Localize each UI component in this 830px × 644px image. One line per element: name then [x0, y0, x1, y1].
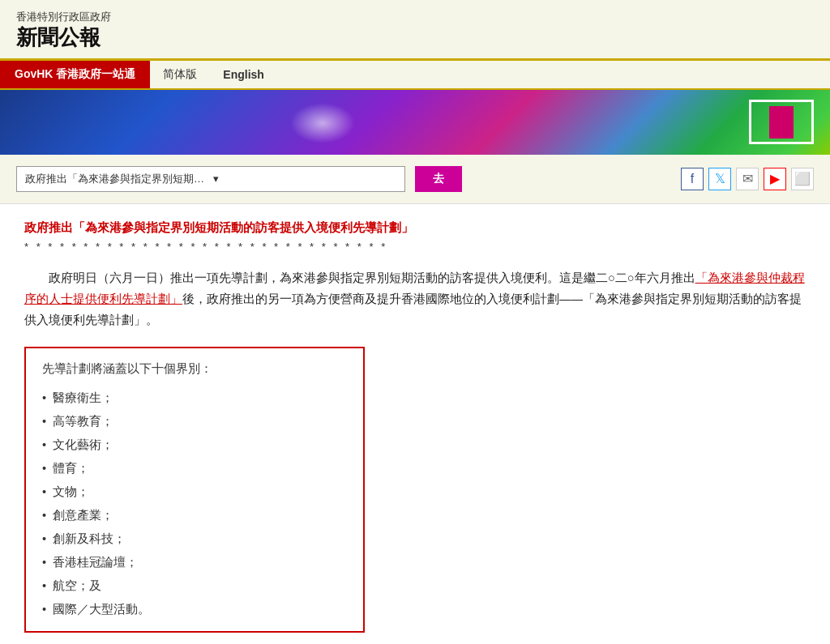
facebook-icon[interactable]: f — [681, 168, 704, 190]
dropdown-arrow-icon: ▾ — [213, 173, 396, 185]
nav-bar: GovHK 香港政府一站通 简体版 English — [0, 61, 830, 90]
list-item: 航空；及 — [42, 574, 347, 598]
print-icon[interactable]: ⬜ — [791, 168, 814, 190]
toolbar: 政府推出「為來港參與指定界別短期活動的訪客提供入境便利 ▾ 去 f 𝕏 ✉ ▶ … — [0, 155, 830, 204]
article-dropdown[interactable]: 政府推出「為來港參與指定界別短期活動的訪客提供入境便利 ▾ — [16, 166, 405, 192]
box-title: 先導計劃將涵蓋以下十個界別： — [42, 361, 347, 377]
bordered-box: 先導計劃將涵蓋以下十個界別： 醫療衛生；高等教育；文化藝術；體育；文物；創意產業… — [24, 347, 365, 633]
article-dots: * * * * * * * * * * * * * * * * * * * * … — [24, 241, 806, 253]
youtube-icon[interactable]: ▶ — [764, 168, 786, 190]
list-item: 國際／大型活動。 — [42, 598, 347, 621]
article-title: 政府推出「為來港參與指定界別短期活動的訪客提供入境便利先導計劃」 — [24, 220, 806, 236]
box-list: 醫療衛生；高等教育；文化藝術；體育；文物；創意產業；創新及科技；香港桂冠論壇；航… — [42, 386, 347, 621]
article-body: 政府明日（六月一日）推出一項先導計劃，為來港參與指定界別短期活動的訪客提供入境便… — [24, 267, 806, 331]
list-item: 高等教育； — [42, 410, 347, 433]
twitter-icon[interactable]: 𝕏 — [708, 168, 731, 190]
gov-subtitle: 香港特別行政區政府 — [16, 10, 814, 24]
body-part1: 政府明日（六月一日）推出一項先導計劃，為來港參與指定界別短期活動的訪客提供入境便… — [24, 271, 695, 284]
list-item: 體育； — [42, 457, 347, 480]
banner-glow — [290, 103, 355, 143]
gov-header: 香港特別行政區政府 新聞公報 — [0, 0, 830, 61]
go-button[interactable]: 去 — [415, 166, 462, 192]
banner-logo-inner — [769, 106, 794, 139]
email-icon[interactable]: ✉ — [736, 168, 759, 190]
banner — [0, 90, 830, 155]
list-item: 醫療衛生； — [42, 386, 347, 410]
main-content: 政府推出「為來港參與指定界別短期活動的訪客提供入境便利先導計劃」 * * * *… — [0, 204, 830, 644]
list-item: 創新及科技； — [42, 527, 347, 551]
list-item: 創意產業； — [42, 504, 347, 527]
nav-govhk[interactable]: GovHK 香港政府一站通 — [0, 61, 150, 88]
nav-simplified[interactable]: 简体版 — [150, 61, 210, 88]
nav-english[interactable]: English — [210, 61, 277, 88]
list-item: 文化藝術； — [42, 433, 347, 457]
dropdown-text: 政府推出「為來港參與指定界別短期活動的訪客提供入境便利 — [25, 172, 208, 186]
banner-logo — [749, 100, 814, 144]
social-icons: f 𝕏 ✉ ▶ ⬜ — [681, 168, 814, 190]
gov-title: 新聞公報 — [16, 24, 814, 52]
list-item: 文物； — [42, 480, 347, 504]
list-item: 香港桂冠論壇； — [42, 551, 347, 574]
